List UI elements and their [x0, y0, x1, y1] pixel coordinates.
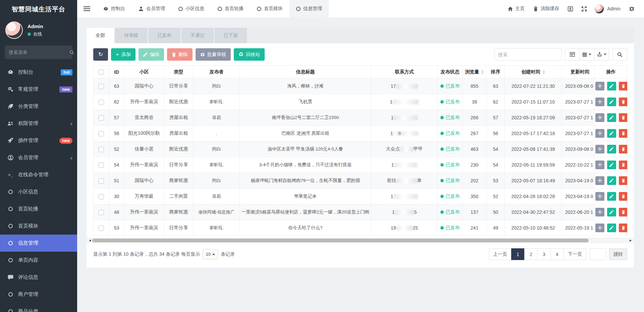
delete-button[interactable]: 删除: [167, 48, 193, 61]
row-edit-button[interactable]: [607, 113, 616, 122]
sidebar-item-1[interactable]: 常规管理new: [0, 81, 77, 98]
page-button-2[interactable]: 2: [524, 248, 538, 260]
search-button[interactable]: [612, 48, 627, 61]
sidebar-item-13[interactable]: 商户管理: [0, 286, 77, 303]
filter-tab-1[interactable]: 待审核: [115, 28, 147, 43]
top-tab-1[interactable]: 会员管理: [132, 0, 172, 17]
drag-move-button[interactable]: [595, 161, 604, 169]
drag-move-button[interactable]: [595, 224, 604, 232]
row-edit-button[interactable]: [607, 98, 616, 106]
drag-move-button[interactable]: [595, 208, 604, 216]
row-delete-button[interactable]: [619, 145, 628, 153]
row-checkbox[interactable]: [99, 194, 104, 199]
home-link[interactable]: 主页: [503, 6, 529, 12]
sidebar-item-2[interactable]: 分类管理: [0, 98, 77, 115]
sidebar-item-8[interactable]: 首页轮播: [0, 200, 77, 217]
sidebar-item-4[interactable]: 插件管理new: [0, 132, 77, 149]
edit-button[interactable]: 编辑: [139, 48, 164, 61]
user-avatar[interactable]: [5, 21, 23, 39]
settings-gear-icon[interactable]: [625, 6, 639, 12]
filter-tab-3[interactable]: 不通过: [181, 28, 214, 43]
drag-move-button[interactable]: [595, 98, 604, 106]
scrollbar-thumb[interactable]: [92, 239, 589, 242]
filter-tab-2[interactable]: 已发布: [148, 28, 180, 43]
row-checkbox[interactable]: [99, 147, 104, 152]
col-header-views[interactable]: 浏览量: [463, 66, 487, 78]
sidebar-search[interactable]: [5, 46, 72, 59]
page-prev-button[interactable]: 上一页: [489, 248, 512, 260]
row-edit-button[interactable]: [607, 208, 616, 216]
drag-move-button[interactable]: [595, 82, 604, 90]
row-edit-button[interactable]: [607, 224, 616, 232]
row-delete-button[interactable]: [619, 98, 628, 106]
filter-tab-4[interactable]: 已下架: [215, 28, 247, 43]
refresh-button[interactable]: ↻: [93, 48, 108, 61]
page-button-3[interactable]: 3: [537, 248, 551, 260]
sort-icon[interactable]: [542, 70, 545, 74]
clear-cache-button[interactable]: 清除缓存: [529, 6, 564, 12]
sidebar-item-7[interactable]: 小区信息: [0, 183, 77, 200]
row-edit-button[interactable]: [607, 176, 616, 185]
sidebar-item-6[interactable]: >_在线命令管理: [0, 166, 77, 183]
row-delete-button[interactable]: [619, 161, 628, 169]
row-edit-button[interactable]: [607, 82, 616, 90]
row-delete-button[interactable]: [619, 192, 628, 201]
top-tab-2[interactable]: 小区信息: [172, 0, 211, 17]
page-size-select[interactable]: 10: [203, 249, 218, 259]
top-tab-5[interactable]: 信息管理: [289, 0, 329, 17]
row-checkbox[interactable]: [99, 84, 104, 89]
topbar-username[interactable]: Admin: [607, 6, 625, 11]
top-tab-4[interactable]: 首页模块: [250, 0, 289, 17]
sidebar-item-0[interactable]: 控制台hot: [0, 64, 77, 81]
language-icon[interactable]: [564, 6, 577, 12]
row-delete-button[interactable]: [619, 113, 628, 122]
sidebar-item-14[interactable]: 商品分类: [0, 303, 77, 312]
row-checkbox[interactable]: [99, 210, 104, 215]
sidebar-item-12[interactable]: 评论信息: [0, 269, 77, 286]
row-delete-button[interactable]: [619, 82, 628, 90]
select-all-checkbox[interactable]: [99, 69, 104, 75]
row-checkbox[interactable]: [99, 163, 104, 168]
batch-audit-button[interactable]: 批量审核: [196, 48, 231, 61]
row-edit-button[interactable]: [607, 192, 616, 201]
top-tab-3[interactable]: 首页轮播: [211, 0, 250, 17]
drag-move-button[interactable]: [595, 192, 604, 201]
detail-view-icon[interactable]: [565, 48, 580, 61]
row-checkbox[interactable]: [99, 131, 104, 136]
scroll-right-icon[interactable]: ▶: [628, 238, 633, 243]
row-checkbox[interactable]: [99, 226, 104, 231]
row-checkbox[interactable]: [99, 100, 104, 105]
drag-move-button[interactable]: [595, 176, 604, 185]
row-edit-button[interactable]: [607, 129, 616, 138]
export-icon[interactable]: [594, 48, 609, 61]
jump-button[interactable]: 跳转: [609, 248, 627, 260]
row-delete-button[interactable]: [619, 224, 628, 232]
row-edit-button[interactable]: [607, 161, 616, 169]
sidebar-item-10[interactable]: 信息管理: [0, 235, 77, 252]
sidebar-item-5[interactable]: 会员管理‹: [0, 149, 77, 166]
page-next-button[interactable]: 下一页: [564, 248, 586, 260]
row-delete-button[interactable]: [619, 208, 628, 216]
sidebar-search-input[interactable]: [9, 50, 69, 55]
horizontal-scrollbar[interactable]: ◀ ▶: [87, 238, 633, 243]
sort-icon[interactable]: [481, 70, 484, 74]
sidebar-item-11[interactable]: 单页内容: [0, 252, 77, 269]
drag-move-button[interactable]: [595, 129, 604, 138]
drag-move-button[interactable]: [595, 113, 604, 122]
columns-icon[interactable]: [580, 48, 594, 61]
row-edit-button[interactable]: [607, 145, 616, 153]
top-tab-0[interactable]: 控制台: [97, 0, 132, 17]
page-button-4[interactable]: 4: [550, 248, 564, 260]
fullscreen-icon[interactable]: [577, 6, 591, 12]
scroll-left-icon[interactable]: ◀: [88, 238, 92, 243]
row-checkbox[interactable]: [99, 115, 104, 121]
col-header-created[interactable]: 创建时间: [505, 66, 562, 78]
topbar-avatar[interactable]: [594, 4, 604, 14]
sidebar-item-3[interactable]: 权限管理‹: [0, 115, 77, 132]
row-delete-button[interactable]: [619, 176, 628, 185]
hamburger-icon[interactable]: [77, 0, 97, 17]
table-search-input[interactable]: [494, 48, 561, 61]
row-delete-button[interactable]: [619, 129, 628, 138]
drag-move-button[interactable]: [595, 145, 604, 153]
sidebar-item-9[interactable]: 首页模块: [0, 217, 77, 235]
